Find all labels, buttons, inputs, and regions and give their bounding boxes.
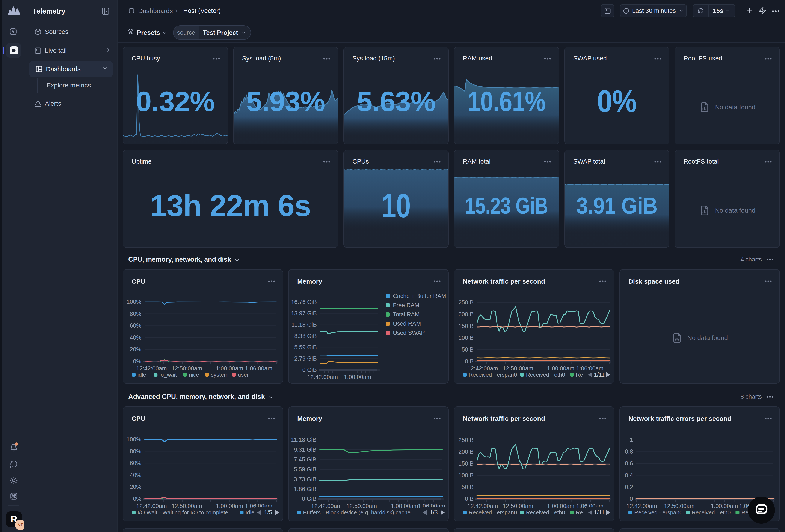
svg-text:I/O Wait - Waiting for I/O to: I/O Wait - Waiting for I/O to complete [137, 509, 228, 516]
svg-text:1.86 GiB: 1.86 GiB [294, 486, 316, 493]
svg-text:20%: 20% [130, 346, 141, 353]
svg-text:1:00:00am: 1:00:00am [344, 374, 371, 380]
svg-text:12:42:00am: 12:42:00am [136, 365, 167, 372]
svg-text:Buffers - Block device (e.g. h: Buffers - Block device (e.g. harddisk) c… [303, 509, 410, 516]
svg-text:12:50:00am: 12:50:00am [503, 365, 533, 372]
svg-text:100 B: 100 B [458, 335, 474, 341]
svg-text:system: system [211, 371, 228, 378]
svg-text:nice: nice [189, 371, 199, 378]
svg-text:0.4: 0.4 [625, 472, 633, 479]
svg-text:50 B: 50 B [461, 346, 474, 353]
svg-text:Used SWAP: Used SWAP [393, 330, 425, 336]
svg-text:1/11: 1/11 [594, 509, 605, 516]
svg-text:5.59 GiB: 5.59 GiB [294, 466, 316, 473]
svg-text:150 B: 150 B [458, 323, 474, 329]
svg-text:12:42:00am: 12:42:00am [467, 503, 498, 509]
svg-text:Received - erspan0: Received - erspan0 [634, 509, 682, 516]
svg-text:0%: 0% [133, 496, 141, 502]
svg-text:12:42:00am: 12:42:00am [467, 365, 498, 372]
svg-text:0 GiB: 0 GiB [302, 367, 317, 373]
svg-text:8.38 GiB: 8.38 GiB [294, 333, 317, 339]
svg-text:1:06:00am: 1:06:00am [245, 365, 272, 372]
svg-text:0: 0 [630, 496, 633, 502]
svg-text:io_wait: io_wait [159, 371, 177, 378]
svg-text:0 GiB: 0 GiB [302, 496, 316, 502]
svg-text:0.8: 0.8 [625, 448, 633, 455]
svg-text:50 B: 50 B [461, 484, 474, 490]
svg-text:12:42:00am: 12:42:00am [311, 503, 342, 509]
svg-text:250 B: 250 B [458, 437, 474, 443]
svg-text:12:42:00am: 12:42:00am [627, 503, 657, 509]
svg-text:Received - erspan0: Received - erspan0 [469, 371, 517, 378]
svg-text:Used RAM: Used RAM [393, 320, 421, 327]
svg-text:1:00:00am: 1:00:00am [547, 365, 574, 372]
svg-text:200 B: 200 B [458, 449, 474, 455]
svg-text:40%: 40% [130, 472, 141, 478]
svg-text:Received - eth0: Received - eth0 [691, 509, 731, 516]
svg-text:user: user [238, 371, 249, 378]
svg-text:100%: 100% [127, 299, 141, 305]
svg-text:Total RAM: Total RAM [393, 311, 420, 318]
svg-text:80%: 80% [130, 311, 141, 317]
svg-text:1/11: 1/11 [594, 371, 605, 378]
svg-text:250 B: 250 B [458, 299, 474, 305]
svg-text:11.18 GiB: 11.18 GiB [291, 436, 316, 443]
svg-text:1/3: 1/3 [430, 509, 438, 516]
svg-text:200 B: 200 B [458, 311, 474, 317]
svg-text:Re: Re [576, 371, 583, 378]
svg-text:Re: Re [576, 509, 583, 516]
svg-text:12:50:00am: 12:50:00am [172, 365, 202, 372]
svg-text:Cache + Buffer RAM: Cache + Buffer RAM [393, 293, 446, 299]
svg-text:Received - eth0: Received - eth0 [526, 509, 565, 516]
svg-text:100%: 100% [127, 436, 141, 443]
svg-text:12:50:00am: 12:50:00am [503, 503, 533, 509]
svg-text:11.18 GiB: 11.18 GiB [292, 321, 317, 328]
svg-text:0.6: 0.6 [625, 460, 633, 467]
svg-text:5.59 GiB: 5.59 GiB [294, 344, 317, 350]
svg-text:1/5: 1/5 [264, 509, 272, 516]
svg-text:Received - eth0: Received - eth0 [526, 371, 565, 378]
svg-text:60%: 60% [130, 460, 141, 467]
svg-text:12:50:00am: 12:50:00am [664, 503, 695, 509]
svg-text:12:50:00am: 12:50:00am [172, 503, 202, 509]
svg-text:7.45 GiB: 7.45 GiB [294, 456, 316, 463]
svg-text:1:00:00am: 1:00:00am [711, 503, 738, 509]
svg-text:1:00:00am: 1:00:00am [391, 503, 418, 509]
svg-text:1:00:00am: 1:00:00am [547, 503, 574, 509]
svg-text:80%: 80% [130, 448, 141, 455]
svg-text:0 B: 0 B [465, 496, 474, 502]
svg-text:1:00:00am: 1:00:00am [216, 503, 243, 509]
svg-text:idle: idle [137, 371, 146, 378]
svg-text:60%: 60% [130, 322, 141, 329]
svg-text:3.73 GiB: 3.73 GiB [294, 476, 316, 482]
svg-text:1:00:00am: 1:00:00am [216, 365, 243, 372]
svg-text:9.31 GiB: 9.31 GiB [294, 447, 316, 453]
svg-text:12:42:00am: 12:42:00am [307, 374, 338, 380]
svg-text:20%: 20% [130, 484, 141, 490]
svg-text:0 B: 0 B [465, 358, 474, 365]
svg-text:Idle: Idle [245, 509, 254, 516]
svg-text:40%: 40% [130, 335, 141, 341]
svg-text:2.79 GiB: 2.79 GiB [294, 355, 317, 362]
svg-text:12:42:00am: 12:42:00am [136, 503, 167, 509]
svg-text:150 B: 150 B [458, 460, 474, 467]
svg-text:0%: 0% [133, 358, 141, 365]
svg-text:16.76 GiB: 16.76 GiB [291, 299, 317, 305]
svg-text:Received - erspan0: Received - erspan0 [469, 509, 517, 516]
svg-text:100 B: 100 B [458, 472, 474, 479]
svg-text:13.97 GiB: 13.97 GiB [291, 310, 317, 317]
svg-text:1: 1 [630, 436, 633, 443]
svg-text:Re: Re [741, 509, 748, 516]
svg-text:Free RAM: Free RAM [393, 302, 419, 309]
svg-text:12:50:00am: 12:50:00am [346, 503, 377, 509]
svg-text:0.2: 0.2 [625, 484, 633, 490]
